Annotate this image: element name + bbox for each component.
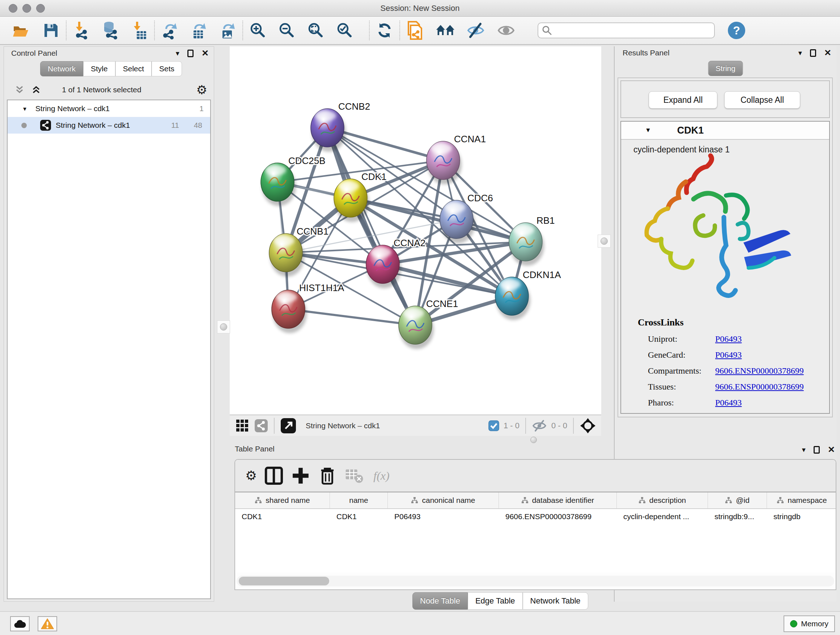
- crosslink-link[interactable]: 9606.ENSP00000378699: [715, 382, 804, 392]
- network-options-gear-icon[interactable]: ⚙: [196, 84, 207, 96]
- network-list-icon[interactable]: [254, 419, 268, 432]
- zoom-selected-button[interactable]: [335, 21, 355, 40]
- navigate-crosshair-icon[interactable]: [579, 417, 596, 434]
- cell-database-identifier[interactable]: 9606.ENSP00000378699: [499, 509, 617, 524]
- grid-view-icon[interactable]: [235, 419, 249, 432]
- export-network-icon: [160, 21, 179, 40]
- cell-description[interactable]: cyclin-dependent ...: [617, 509, 708, 524]
- delete-table-icon[interactable]: [344, 466, 364, 486]
- string-home-button[interactable]: [436, 21, 455, 40]
- crosslink-link[interactable]: 9606.ENSP00000378699: [715, 366, 804, 376]
- tree-expander-icon[interactable]: ▼: [22, 106, 27, 112]
- cell-namespace[interactable]: stringdb: [767, 509, 836, 524]
- tab-network[interactable]: Network: [40, 61, 83, 76]
- tab-edge-table[interactable]: Edge Table: [468, 592, 523, 610]
- tab-sets[interactable]: Sets: [152, 61, 182, 76]
- tab-string[interactable]: String: [708, 61, 743, 76]
- scrollbar-thumb[interactable]: [239, 577, 329, 585]
- tab-style[interactable]: Style: [83, 61, 115, 76]
- collapse-all-button[interactable]: Collapse All: [724, 91, 800, 109]
- crosslink-link[interactable]: P06493: [715, 350, 742, 360]
- birds-eye-view-icon[interactable]: [280, 418, 296, 434]
- right-splitter-handle[interactable]: [598, 234, 611, 248]
- warnings-button[interactable]: [38, 616, 57, 631]
- create-column-plus-icon[interactable]: [291, 466, 310, 486]
- tab-node-table[interactable]: Node Table: [412, 592, 468, 610]
- zoom-window-button[interactable]: [36, 4, 45, 13]
- cell-canonical-name[interactable]: P06493: [388, 509, 499, 524]
- panel-collapse-icon[interactable]: ▾: [798, 49, 802, 57]
- search-input[interactable]: [538, 22, 715, 38]
- close-window-button[interactable]: [9, 4, 17, 13]
- export-image-button[interactable]: [218, 21, 237, 40]
- section-expander-icon[interactable]: ▼: [645, 127, 651, 134]
- zoom-out-button[interactable]: [277, 21, 297, 40]
- panel-close-icon[interactable]: ✕: [824, 48, 831, 58]
- column-header--id[interactable]: @id: [708, 492, 767, 508]
- hide-selected-button[interactable]: [466, 21, 485, 40]
- cell-shared-name[interactable]: CDK1: [235, 509, 330, 524]
- panel-close-icon[interactable]: ✕: [202, 48, 209, 58]
- warning-icon: [41, 618, 54, 630]
- cloud-status-button[interactable]: [10, 616, 30, 631]
- tab-select[interactable]: Select: [115, 61, 152, 76]
- open-session-button[interactable]: [11, 21, 30, 40]
- column-header-description[interactable]: description: [617, 492, 708, 508]
- column-label: description: [649, 496, 686, 505]
- node-result-header[interactable]: ▼ CDK1: [621, 122, 829, 140]
- network-row-selected[interactable]: String Network – cdk1 11 48: [8, 117, 210, 134]
- panel-float-icon[interactable]: [187, 50, 194, 57]
- network-node-hist1h1a[interactable]: HIST1H1A: [272, 282, 344, 333]
- panel-close-icon[interactable]: ✕: [828, 445, 835, 455]
- network-collection-row[interactable]: ▼ String Network – cdk1 1: [8, 100, 210, 117]
- export-table-button[interactable]: [189, 21, 208, 40]
- update-network-button[interactable]: [375, 21, 394, 40]
- minimize-window-button[interactable]: [22, 4, 31, 13]
- import-network-from-database-button[interactable]: [101, 21, 120, 40]
- node-label: CCNB2: [338, 101, 370, 112]
- delete-column-trash-icon[interactable]: [317, 466, 337, 486]
- clone-network-button[interactable]: [405, 21, 425, 40]
- tab-network-table[interactable]: Network Table: [523, 592, 588, 610]
- memory-button[interactable]: Memory: [783, 616, 835, 632]
- node-table[interactable]: shared namenamecanonical namedatabase id…: [235, 492, 836, 573]
- crosslink-link[interactable]: P06493: [715, 398, 742, 408]
- fit-content-button[interactable]: [306, 21, 325, 40]
- network-node-ccnb2[interactable]: CCNB2: [311, 101, 370, 152]
- column-header-shared-name[interactable]: shared name: [235, 492, 330, 508]
- show-columns-icon[interactable]: [264, 466, 284, 486]
- help-button[interactable]: ?: [728, 22, 745, 39]
- import-network-from-file-button[interactable]: [72, 21, 91, 40]
- crosslink-link[interactable]: P06493: [715, 334, 742, 344]
- table-options-gear-icon[interactable]: ⚙: [245, 468, 257, 483]
- show-all-button[interactable]: [496, 21, 516, 40]
- selected-checkbox-icon[interactable]: [488, 420, 499, 431]
- panel-float-icon[interactable]: [813, 446, 820, 454]
- export-network-button[interactable]: [160, 21, 180, 40]
- column-header-namespace[interactable]: namespace: [767, 492, 836, 508]
- status-bar: Memory: [0, 611, 840, 635]
- table-horizontal-scrollbar[interactable]: [237, 576, 834, 586]
- column-header-name[interactable]: name: [330, 492, 388, 508]
- network-node-ccna1[interactable]: CCNA1: [426, 134, 486, 184]
- network-node-cdkn1a[interactable]: CDKN1A: [495, 269, 561, 320]
- network-node-rb1[interactable]: RB1: [509, 215, 555, 266]
- panel-float-icon[interactable]: [810, 49, 816, 57]
- zoom-in-button[interactable]: [248, 21, 268, 40]
- left-splitter-handle[interactable]: [217, 320, 230, 333]
- network-edge[interactable]: [288, 309, 415, 325]
- table-row[interactable]: CDK1CDK1P064939606.ENSP00000378699cyclin…: [235, 509, 836, 524]
- import-table-from-file-button[interactable]: [129, 21, 149, 40]
- column-header-canonical-name[interactable]: canonical name: [388, 492, 499, 508]
- panel-collapse-icon[interactable]: ▾: [802, 445, 806, 454]
- network-graph[interactable]: CCNB2CCNA1CDC25BCDK1CDC6RB1CCNB1CCNA2CDK…: [230, 46, 601, 415]
- network-view-canvas[interactable]: CCNB2CCNA1CDC25BCDK1CDC6RB1CCNB1CCNA2CDK…: [230, 46, 601, 415]
- save-session-button[interactable]: [41, 21, 61, 40]
- expand-all-button[interactable]: Expand All: [649, 91, 717, 109]
- function-builder-icon[interactable]: f(x): [373, 469, 389, 483]
- cell-name[interactable]: CDK1: [330, 509, 388, 524]
- cell--id[interactable]: stringdb:9...: [708, 509, 767, 524]
- column-header-database-identifier[interactable]: database identifier: [499, 492, 617, 508]
- panel-collapse-icon[interactable]: ▾: [176, 49, 180, 57]
- network-node-cdc25b[interactable]: CDC25B: [261, 155, 325, 206]
